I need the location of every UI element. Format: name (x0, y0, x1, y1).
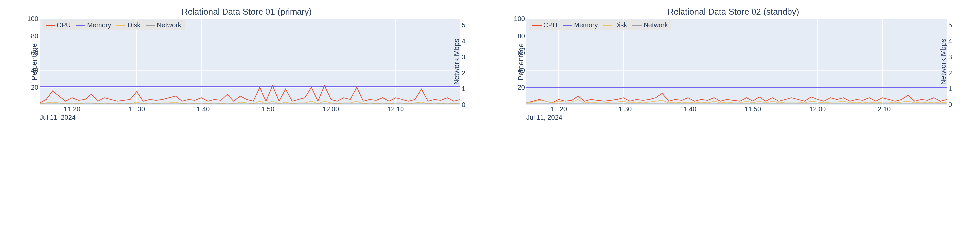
y-left-label: Percentage (30, 43, 39, 81)
y-right-tick: 2 (948, 69, 952, 76)
x-tick: 11:40 (680, 105, 696, 113)
legend-swatch (46, 25, 55, 26)
y-left-tick: 100 (514, 15, 525, 23)
x-tick: 12:00 (809, 105, 826, 113)
x-tick: 12:00 (323, 105, 339, 113)
legend[interactable]: CPUMemoryDiskNetwork (42, 20, 185, 30)
y-right-tick: 4 (461, 37, 465, 45)
chart-title: Relational Data Store 01 (primary) (10, 6, 484, 17)
legend-item[interactable]: CPU (532, 21, 557, 29)
x-axis: 11:2011:3011:4011:5012:0012:10 (526, 105, 947, 113)
y-right-tick: 0 (461, 101, 465, 108)
legend[interactable]: CPUMemoryDiskNetwork (529, 20, 671, 30)
x-tick: 11:50 (258, 105, 274, 113)
legend-label: CPU (544, 21, 557, 29)
legend-item[interactable]: Memory (76, 21, 111, 29)
legend-swatch (146, 25, 155, 26)
y-right-tick: 2 (461, 69, 465, 76)
legend-label: Memory (87, 21, 111, 29)
series-cpu[interactable] (40, 86, 460, 103)
x-tick: 12:10 (874, 105, 891, 113)
x-tick: 11:30 (615, 105, 632, 113)
plot-area[interactable]: 20406080100012345PercentageNetwork MbpsC… (40, 19, 460, 105)
x-tick: 11:20 (550, 105, 567, 113)
legend-swatch (563, 25, 572, 26)
y-left-tick: 100 (27, 15, 38, 23)
legend-item[interactable]: CPU (46, 21, 71, 29)
x-tick: 12:10 (387, 105, 404, 113)
date-label: Jul 11, 2024 (526, 114, 970, 121)
legend-swatch (603, 25, 612, 26)
legend-label: Network (644, 21, 668, 29)
legend-label: Network (157, 21, 181, 29)
x-tick: 11:30 (129, 105, 145, 113)
series-disk[interactable] (40, 101, 460, 104)
legend-item[interactable]: Memory (563, 21, 598, 29)
x-axis: 11:2011:3011:4011:5012:0012:10 (40, 105, 460, 113)
y-left-label: Percentage (517, 43, 525, 81)
y-right-tick: 5 (948, 21, 952, 29)
legend-swatch (632, 25, 641, 26)
x-tick: 11:40 (193, 105, 210, 113)
legend-label: CPU (57, 21, 71, 29)
legend-item[interactable]: Disk (116, 21, 140, 29)
chart-title: Relational Data Store 02 (standby) (496, 6, 970, 17)
y-right-tick: 1 (948, 85, 952, 92)
y-left-tick: 20 (518, 84, 525, 91)
date-label: Jul 11, 2024 (40, 114, 484, 121)
x-tick: 11:50 (745, 105, 761, 113)
legend-label: Disk (614, 21, 627, 29)
legend-item[interactable]: Disk (603, 21, 627, 29)
y-right-tick: 0 (948, 101, 952, 108)
y-left-tick: 80 (518, 32, 525, 40)
legend-item[interactable]: Network (146, 21, 181, 29)
x-tick: 11:20 (64, 105, 80, 113)
y-right-tick: 3 (948, 53, 952, 61)
dashboard: Relational Data Store 01 (primary)204060… (0, 0, 980, 128)
legend-label: Memory (574, 21, 598, 29)
y-right-tick: 3 (461, 53, 465, 61)
chart-panel: Relational Data Store 01 (primary)204060… (10, 6, 484, 121)
y-right-tick: 1 (461, 85, 465, 92)
legend-swatch (116, 25, 126, 26)
y-left-tick: 80 (31, 32, 38, 40)
legend-item[interactable]: Network (632, 21, 668, 29)
series-cpu[interactable] (526, 94, 947, 103)
y-left-tick: 20 (31, 84, 38, 91)
plot-area[interactable]: 20406080100012345PercentageNetwork MbpsC… (526, 19, 947, 105)
legend-swatch (532, 25, 541, 26)
y-right-tick: 4 (948, 37, 952, 45)
y-right-tick: 5 (461, 21, 465, 29)
chart-panel: Relational Data Store 02 (standby)204060… (496, 6, 970, 121)
legend-label: Disk (127, 21, 140, 29)
legend-swatch (76, 25, 85, 26)
